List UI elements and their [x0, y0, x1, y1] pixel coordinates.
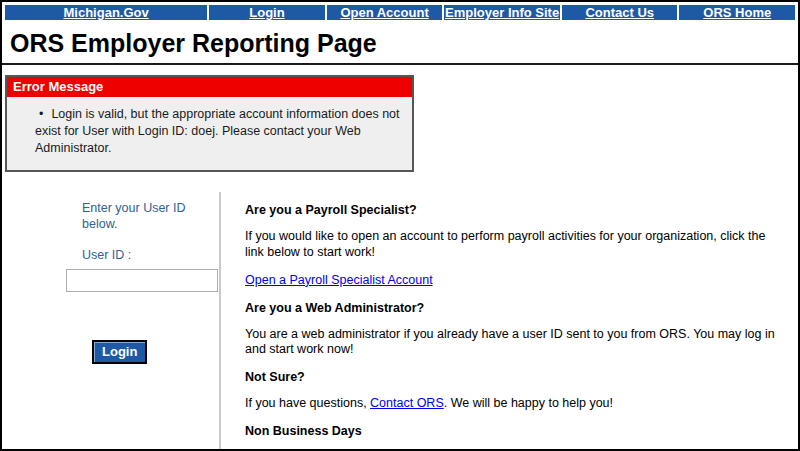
non-business-days-heading: Non Business Days: [245, 424, 786, 438]
user-id-label: User ID :: [82, 247, 214, 263]
questions-text-before: If you have questions,: [245, 396, 370, 410]
payroll-link-row: Open a Payroll Specialist Account: [245, 273, 786, 289]
open-payroll-specialist-account-link[interactable]: Open a Payroll Specialist Account: [245, 273, 433, 287]
page-frame: Michigan.Gov Login Open Account Employer…: [2, 2, 798, 449]
nav-link-ors-home[interactable]: ORS Home: [679, 5, 795, 20]
login-panel: Enter your User ID below. User ID : Logi…: [2, 192, 221, 450]
login-button[interactable]: Login: [92, 340, 147, 364]
web-administrator-text: You are a web administrator if you alrea…: [245, 327, 786, 359]
top-nav: Michigan.Gov Login Open Account Employer…: [5, 5, 795, 20]
nav-link-open-account[interactable]: Open Account: [327, 5, 445, 20]
payroll-specialist-text: If you would like to open an account to …: [245, 229, 786, 261]
web-administrator-heading: Are you a Web Administrator?: [245, 301, 786, 315]
nav-link-contact-us[interactable]: Contact Us: [562, 5, 680, 20]
page-title: ORS Employer Reporting Page: [10, 30, 798, 56]
payroll-specialist-heading: Are you a Payroll Specialist?: [245, 203, 786, 217]
not-sure-heading: Not Sure?: [245, 370, 786, 384]
info-panel: Are you a Payroll Specialist? If you wou…: [221, 192, 798, 450]
error-box: Error Message •Login is valid, but the a…: [5, 75, 414, 172]
error-box-title: Error Message: [7, 77, 412, 97]
questions-text-after: . We will be happy to help you!: [444, 396, 613, 410]
nav-link-login[interactable]: Login: [209, 5, 327, 20]
nav-link-employer-info-site[interactable]: Employer Info Site: [444, 5, 562, 20]
ors-employer-reporting-page: { "nav": { "items": [ { "label": "Michig…: [0, 0, 800, 451]
error-message-text: Login is valid, but the appropriate acco…: [35, 107, 400, 155]
user-id-input[interactable]: [66, 269, 218, 292]
bullet-glyph: •: [35, 107, 51, 121]
error-message: •Login is valid, but the appropriate acc…: [7, 97, 412, 170]
contact-ors-link[interactable]: Contact ORS: [370, 396, 444, 410]
title-divider: [2, 63, 798, 65]
nav-link-michigan-gov[interactable]: Michigan.Gov: [5, 5, 209, 20]
main-content: Enter your User ID below. User ID : Logi…: [2, 192, 798, 450]
login-instruction: Enter your User ID below.: [82, 200, 214, 233]
questions-row: If you have questions, Contact ORS. We w…: [245, 396, 786, 412]
